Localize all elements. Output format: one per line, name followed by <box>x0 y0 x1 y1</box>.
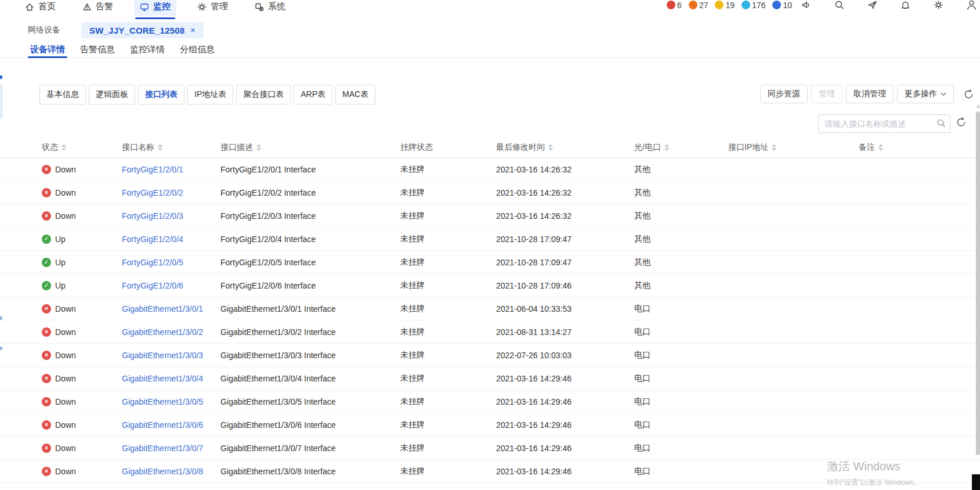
table-refresh-button[interactable] <box>956 117 966 129</box>
tab-arp-table[interactable]: ARP表 <box>294 85 332 105</box>
last-modified-time: 2021-10-28 17:09:47 <box>496 235 634 244</box>
tab-network-devices[interactable]: 网络设备 <box>28 25 60 35</box>
send-icon[interactable] <box>867 0 877 10</box>
port-type: 电口 <box>634 373 728 384</box>
tab-interface-list[interactable]: 接口列表 <box>138 85 185 105</box>
speaker-icon[interactable] <box>801 0 811 10</box>
tag-status: 未挂牌 <box>400 257 496 268</box>
refresh-button[interactable] <box>962 88 975 100</box>
alarm-badge-major[interactable]: 27 <box>689 1 708 10</box>
nav-item-monitor[interactable]: 监控 <box>134 0 176 16</box>
last-modified-time: 2021-03-16 14:26:32 <box>496 211 634 221</box>
table-row: ×Down FortyGigE1/2/0/2 FortyGigE1/2/0/2 … <box>0 181 980 204</box>
gear-icon[interactable] <box>934 0 943 10</box>
scrollbar-up-arrow[interactable] <box>976 104 980 108</box>
interface-name-link[interactable]: GigabitEthernet1/3/0/3 <box>122 351 203 360</box>
tab-aggregate-interface-table[interactable]: 聚合接口表 <box>236 85 291 105</box>
bell-icon[interactable] <box>901 0 910 10</box>
sort-icon[interactable] <box>158 144 162 151</box>
black-corner-overlay <box>972 474 980 490</box>
monitor-icon <box>140 2 149 12</box>
column-header-interface-desc[interactable]: 接口描述 <box>220 142 400 153</box>
search-icon[interactable] <box>936 118 946 128</box>
status-down-icon: × <box>42 444 51 453</box>
nav-item-home[interactable]: 首页 <box>19 0 62 16</box>
interface-desc: GigabitEthernet1/3/0/5 Interface <box>220 397 400 406</box>
interface-name-link[interactable]: GigabitEthernet1/3/0/5 <box>122 397 203 406</box>
alarm-badge-warning[interactable]: 176 <box>742 1 765 10</box>
sort-icon[interactable] <box>256 144 261 151</box>
unmanage-button[interactable]: 取消管理 <box>846 85 894 103</box>
section-tabs: 基本信息 逻辑面板 接口列表 IP地址表 聚合接口表 ARP表 MAC表 <box>39 85 375 105</box>
severity-critical-icon <box>667 1 675 9</box>
close-icon[interactable]: × <box>190 26 195 35</box>
column-header-status[interactable]: 状态 <box>42 142 122 153</box>
sort-icon[interactable] <box>62 144 66 151</box>
sort-icon[interactable] <box>664 144 669 151</box>
table-row: ×Down GigabitEthernet1/3/0/6 GigabitEthe… <box>0 413 980 437</box>
tab-basic-info[interactable]: 基本信息 <box>39 85 86 105</box>
column-header-remark[interactable]: 备注 <box>859 142 980 153</box>
last-modified-time: 2021-03-16 14:29:46 <box>496 444 634 453</box>
tab-device-details[interactable]: 设备详情 <box>30 42 65 57</box>
interface-desc: GigabitEthernet1/3/0/8 Interface <box>220 467 400 476</box>
table-row: ✓Up FortyGigE1/2/0/5 FortyGigE1/2/0/5 In… <box>0 251 980 274</box>
tab-ip-address-table[interactable]: IP地址表 <box>187 85 233 105</box>
interface-name-link[interactable]: GigabitEthernet1/3/0/2 <box>122 327 203 337</box>
column-header-interface-name[interactable]: 接口名称 <box>122 142 220 153</box>
tab-monitor-details[interactable]: 监控详情 <box>130 42 165 57</box>
tab-logical-panel[interactable]: 逻辑面板 <box>89 85 135 105</box>
interface-name-link[interactable]: FortyGigE1/2/0/2 <box>122 188 183 197</box>
vertical-scrollbar[interactable] <box>976 111 980 455</box>
tag-status: 未挂牌 <box>400 234 496 244</box>
tab-device[interactable]: SW_JJY_CORE_12508 × <box>81 22 204 38</box>
alarm-badge-info[interactable]: 10 <box>772 1 792 10</box>
status-down-icon: × <box>42 467 51 476</box>
interface-name-link[interactable]: GigabitEthernet1/3/0/4 <box>122 374 203 383</box>
tab-alarm-info[interactable]: 告警信息 <box>80 42 115 57</box>
interface-name-link[interactable]: FortyGigE1/2/0/1 <box>122 165 183 174</box>
more-actions-button[interactable]: 更多操作 <box>897 85 954 103</box>
status-down-icon: × <box>42 351 51 360</box>
alarm-badge-critical[interactable]: 6 <box>667 1 682 10</box>
sort-icon[interactable] <box>772 144 776 151</box>
interface-name-link[interactable]: FortyGigE1/2/0/5 <box>122 258 183 267</box>
tag-status: 未挂牌 <box>400 164 496 175</box>
interface-name-link[interactable]: GigabitEthernet1/3/0/6 <box>122 420 203 430</box>
manage-button[interactable]: 管理 <box>811 85 842 103</box>
interface-name-link[interactable]: FortyGigE1/2/0/6 <box>122 281 183 290</box>
home-icon <box>25 2 34 12</box>
interface-name-link[interactable]: GigabitEthernet1/3/0/8 <box>122 467 203 476</box>
sync-resource-button[interactable]: 同步资源 <box>760 85 808 103</box>
column-header-last-modified[interactable]: 最后修改时间 <box>496 142 634 153</box>
status-up-icon: ✓ <box>42 258 51 267</box>
search-icon[interactable] <box>834 0 844 10</box>
interface-name-link[interactable]: FortyGigE1/2/0/4 <box>122 235 183 244</box>
interface-desc: FortyGigE1/2/0/5 Interface <box>220 258 400 267</box>
column-header-port-type[interactable]: 光/电口 <box>634 142 728 153</box>
port-type: 其他 <box>634 164 728 175</box>
user-icon[interactable] <box>967 0 977 10</box>
nav-right: 6 27 19 176 10 <box>667 0 977 14</box>
nav-item-system[interactable]: 系统 <box>249 0 291 16</box>
column-header-ip-address[interactable]: 接口IP地址 <box>728 142 859 153</box>
tab-mac-table[interactable]: MAC表 <box>335 85 375 105</box>
nav-item-alarm[interactable]: 告警 <box>77 0 119 16</box>
nav-item-label: 首页 <box>38 1 56 12</box>
interface-name-link[interactable]: FortyGigE1/2/0/3 <box>122 211 183 221</box>
nav-item-label: 管理 <box>211 1 228 12</box>
interface-desc: FortyGigE1/2/0/1 Interface <box>220 165 400 174</box>
nav-item-manage[interactable]: 管理 <box>191 0 234 16</box>
alarm-badge-minor[interactable]: 19 <box>715 1 735 10</box>
tab-group-info[interactable]: 分组信息 <box>180 42 215 57</box>
table-row: ×Down GigabitEthernet1/3/0/1 GigabitEthe… <box>0 297 980 320</box>
sort-icon[interactable] <box>548 144 553 151</box>
status-text: Down <box>55 327 76 337</box>
interface-search-input[interactable] <box>818 114 950 133</box>
interface-name-link[interactable]: GigabitEthernet1/3/0/1 <box>122 304 203 314</box>
last-modified-time: 2022-07-26 10:03:03 <box>496 351 634 360</box>
interface-name-link[interactable]: GigabitEthernet1/3/0/7 <box>122 444 203 453</box>
table-row: ×Down GigabitEthernet1/3/0/3 GigabitEthe… <box>0 344 980 367</box>
sort-icon[interactable] <box>878 144 883 151</box>
last-modified-time: 2021-06-04 10:33:53 <box>496 304 634 314</box>
